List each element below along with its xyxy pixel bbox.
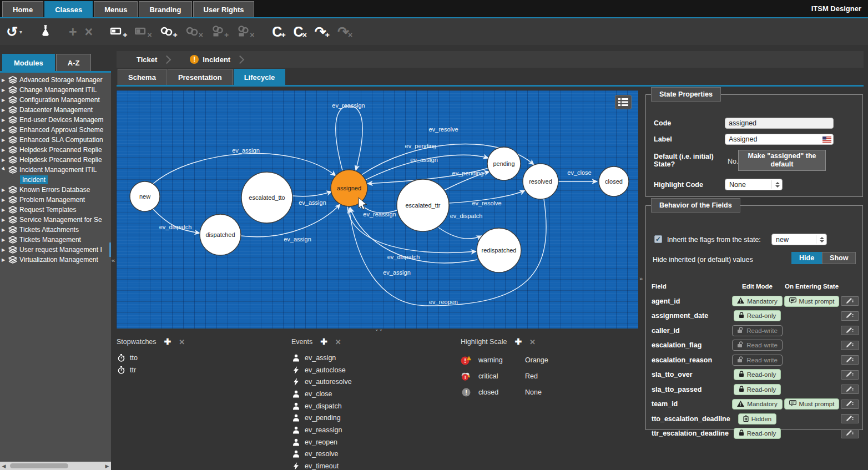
edit-field-button-sla_tto_over[interactable] xyxy=(841,370,859,380)
collapse-arrow-icon[interactable]: ▶ xyxy=(2,158,8,163)
edit-field-button-escalation_flag[interactable] xyxy=(841,341,859,350)
tab-lifecycle[interactable]: Lifecycle xyxy=(234,69,286,85)
collapse-arrow-icon[interactable]: ▶ xyxy=(2,108,8,113)
collapse-arrow-icon[interactable]: ▶ xyxy=(2,98,8,103)
inherit-state-select[interactable]: new xyxy=(771,234,827,245)
highlight-scale-add-icon[interactable]: ✚ xyxy=(514,337,522,347)
highlight-code-select[interactable]: None xyxy=(725,179,783,190)
module-item-enhanced-approval-scheme[interactable]: ▶Enhanced Approval Scheme xyxy=(0,125,111,135)
module-item-known-errors-database[interactable]: ▶Known Errors Database xyxy=(0,185,111,195)
breadcrumb-item-incident[interactable]: !Incident xyxy=(170,55,245,64)
left-splitter-collapse[interactable]: « xyxy=(112,257,115,264)
delete-state-button[interactable]: C× xyxy=(292,24,309,39)
show-button[interactable]: Show xyxy=(822,252,856,264)
collapse-arrow-icon[interactable]: ▶ xyxy=(2,78,8,83)
language-flag-icon[interactable] xyxy=(822,137,831,143)
module-item-helpdesk-precanned-replie[interactable]: ▶Helpdesk Precanned Replie xyxy=(0,145,111,155)
event-item-ev_reassign[interactable]: ev_reassign xyxy=(291,424,452,436)
dropdown-caret-icon[interactable]: ▾ xyxy=(19,29,22,35)
scroll-left-arrow-icon[interactable]: ◀ xyxy=(0,463,8,469)
module-item-enhanced-sla-computation[interactable]: ▶Enhanced SLA Computation xyxy=(0,135,111,145)
sidebar-vertical-scrollbar[interactable] xyxy=(109,242,111,257)
collapse-arrow-icon[interactable]: ▶ xyxy=(2,218,8,223)
module-item-change-management-itil[interactable]: ▶Change Management ITIL xyxy=(0,85,111,95)
edit-field-button-team_id[interactable] xyxy=(841,400,859,409)
nav-tab-classes[interactable]: Classes xyxy=(44,1,93,17)
module-item-request-templates[interactable]: ▶Request Templates xyxy=(0,205,111,215)
highlight-item-warning[interactable]: !warningOrange xyxy=(461,352,644,368)
make-default-button[interactable]: Make "assigned" the default xyxy=(738,150,826,171)
event-item-ev_autoclose[interactable]: ev_autoclose xyxy=(291,364,452,376)
event-item-ev_timeout[interactable]: ev_timeout xyxy=(291,460,452,470)
events-delete-icon[interactable]: ✕ xyxy=(335,338,341,346)
collapse-arrow-icon[interactable]: ▶ xyxy=(2,257,8,262)
edit-field-button-escalation_reason[interactable] xyxy=(841,355,859,365)
edit-field-button-caller_id[interactable] xyxy=(841,326,859,335)
transition-ev_assign-new-assigned[interactable] xyxy=(153,154,336,184)
undo-button[interactable]: ↺▾ xyxy=(4,24,24,39)
inherit-flags-checkbox[interactable]: ✓ xyxy=(654,235,662,243)
module-item-virtualization-management[interactable]: ▶Virtualization Management xyxy=(0,255,111,265)
nav-tab-user-rights[interactable]: User Rights xyxy=(193,1,255,17)
highlight-scale-delete-icon[interactable]: ✕ xyxy=(529,338,536,346)
module-item-problem-management[interactable]: ▶Problem Management xyxy=(0,195,111,205)
collapse-arrow-icon[interactable]: ▶ xyxy=(2,228,8,233)
state-list-button[interactable] xyxy=(615,95,632,109)
transition-ev_reassign-assigned-assigned[interactable] xyxy=(336,106,362,170)
module-item-advanced-storage-manager[interactable]: ▶Advanced Storage Manager xyxy=(0,75,111,85)
collapse-arrow-icon[interactable]: ▶ xyxy=(2,118,8,123)
tab-presentation[interactable]: Presentation xyxy=(168,69,233,85)
nav-tab-branding[interactable]: Branding xyxy=(139,1,191,17)
module-item-datacenter-management[interactable]: ▶Datacenter Management xyxy=(0,105,111,115)
label-input[interactable] xyxy=(725,134,834,145)
module-item-tickets-attachments[interactable]: ▶Tickets Attachments xyxy=(0,225,111,235)
module-item-incident-management-itil[interactable]: ▶Incident Management ITIL xyxy=(0,165,111,175)
highlight-item-closed[interactable]: !closedNone xyxy=(461,384,644,400)
transition-ev_dispatch-escalated_ttr-redispatched[interactable] xyxy=(438,228,482,239)
edit-field-button-sla_tto_passed[interactable] xyxy=(841,385,859,394)
add-field-button[interactable]: + xyxy=(109,24,129,39)
sidebar-tab-a-z[interactable]: A-Z xyxy=(56,54,92,71)
edit-field-button-agent_id[interactable] xyxy=(841,296,859,306)
edit-field-button-ttr_escalation_deadline[interactable] xyxy=(841,429,859,438)
collapse-arrow-icon[interactable]: ▶ xyxy=(2,198,8,203)
add-link-button[interactable]: + xyxy=(158,24,179,39)
right-splitter-expand[interactable]: » xyxy=(639,275,643,282)
collapse-arrow-icon[interactable]: ▶ xyxy=(2,208,8,213)
add-state-button[interactable]: C+ xyxy=(270,24,287,39)
event-item-ev_close[interactable]: ev_close xyxy=(291,388,452,400)
add-transition-button[interactable]: ↷+ xyxy=(313,24,331,39)
scroll-right-arrow-icon[interactable]: ▶ xyxy=(103,463,111,469)
stopwatch-item-ttr[interactable]: ttr xyxy=(117,364,283,376)
collapse-arrow-icon[interactable]: ▶ xyxy=(2,188,8,193)
stopwatches-add-icon[interactable]: ✚ xyxy=(164,337,171,347)
event-item-ev_autoresolve[interactable]: ev_autoresolve xyxy=(291,376,452,388)
bottom-splitter-handle[interactable]: ⌄⌄ xyxy=(375,326,383,332)
stopwatch-item-tto[interactable]: tto xyxy=(117,352,283,364)
stopwatches-delete-icon[interactable]: ✕ xyxy=(179,338,185,346)
sidebar-tab-modules[interactable]: Modules xyxy=(2,54,55,71)
collapse-arrow-icon[interactable]: ▶ xyxy=(2,247,8,252)
event-item-ev_assign[interactable]: ev_assign xyxy=(291,352,452,364)
event-item-ev_resolve[interactable]: ev_resolve xyxy=(291,448,452,461)
nav-tab-menus[interactable]: Menus xyxy=(94,1,138,17)
module-item-tickets-management[interactable]: ▶Tickets Management xyxy=(0,235,111,245)
edit-field-button-assignment_date[interactable] xyxy=(841,311,859,321)
collapse-arrow-icon[interactable]: ▶ xyxy=(2,237,8,242)
collapse-arrow-icon[interactable]: ▶ xyxy=(2,88,8,93)
lifecycle-canvas[interactable]: ev_assignev_dispatchev_assignev_assignev… xyxy=(117,90,638,329)
event-item-ev_reopen[interactable]: ev_reopen xyxy=(291,436,452,448)
scrollbar-thumb[interactable] xyxy=(10,463,68,468)
sidebar-horizontal-scrollbar[interactable]: ◀ ▶ xyxy=(0,462,111,470)
events-add-icon[interactable]: ✚ xyxy=(320,337,327,347)
collapse-arrow-icon[interactable]: ▶ xyxy=(2,128,8,133)
module-item-configuration-management[interactable]: ▶Configuration Management xyxy=(0,95,111,105)
collapse-arrow-icon[interactable]: ▶ xyxy=(2,138,8,143)
test-datamodel-button[interactable] xyxy=(38,23,53,41)
highlight-item-critical[interactable]: !criticalRed xyxy=(461,368,644,384)
module-item-user-request-management-i[interactable]: ▶User request Management I xyxy=(0,245,111,255)
edit-field-button-tto_escalation_deadline[interactable] xyxy=(841,414,859,423)
module-item-service-management-for-se[interactable]: ▶Service Management for Se xyxy=(0,215,111,225)
event-item-ev_pending[interactable]: ev_pending xyxy=(291,412,452,424)
hide-button[interactable]: Hide xyxy=(791,252,822,264)
